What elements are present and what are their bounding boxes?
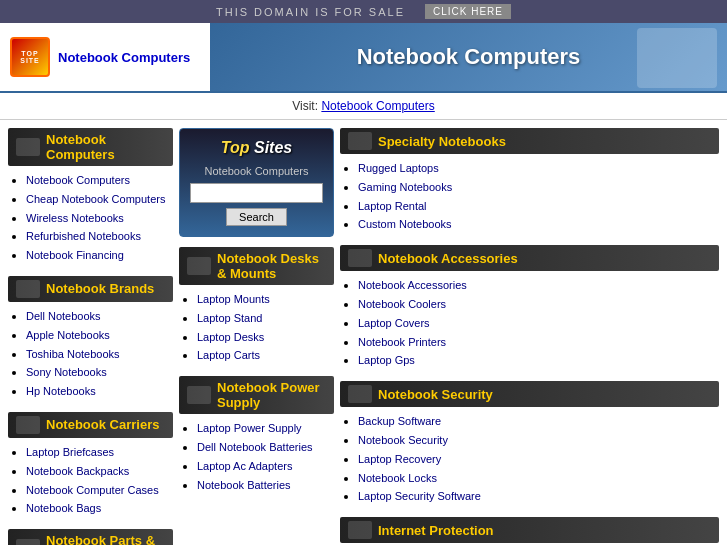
- notebook-computers-section: Notebook Computers Notebook Computers Ch…: [8, 128, 173, 264]
- list-item: Laptop Gps: [358, 352, 719, 369]
- search-button[interactable]: Search: [226, 208, 287, 226]
- nb-link-5[interactable]: Hp Notebooks: [26, 385, 96, 397]
- search-input[interactable]: [190, 183, 323, 203]
- badge-top-label: TOP: [21, 50, 38, 57]
- na-link-4[interactable]: Notebook Printers: [358, 336, 446, 348]
- top-sites-sites: Sites: [254, 139, 292, 156]
- site-title[interactable]: Notebook Computers: [58, 50, 190, 65]
- na-link-3[interactable]: Laptop Covers: [358, 317, 430, 329]
- badge-site-label: SITE: [20, 57, 40, 64]
- notebook-desks-icon: [187, 257, 211, 275]
- ncar-link-2[interactable]: Notebook Backpacks: [26, 465, 129, 477]
- header: TOP SITE Notebook Computers Notebook Com…: [0, 23, 727, 93]
- ncar-link-1[interactable]: Laptop Briefcases: [26, 446, 114, 458]
- ns-link-4[interactable]: Notebook Locks: [358, 472, 437, 484]
- specialty-notebooks-icon: [348, 132, 372, 150]
- list-item: Laptop Mounts: [197, 291, 334, 308]
- ncar-link-3[interactable]: Notebook Computer Cases: [26, 484, 159, 496]
- sn-link-1[interactable]: Rugged Laptops: [358, 162, 439, 174]
- notebook-desks-title: Notebook Desks & Mounts: [217, 251, 326, 281]
- list-item: Notebook Printers: [358, 334, 719, 351]
- list-item: Gaming Notebooks: [358, 179, 719, 196]
- notebook-power-list: Laptop Power Supply Dell Notebook Batter…: [179, 420, 334, 493]
- internet-protection-section: Internet Protection Virus Protection Ema…: [340, 517, 719, 545]
- nd-link-2[interactable]: Laptop Stand: [197, 312, 262, 324]
- header-banner: Notebook Computers: [210, 23, 727, 91]
- specialty-notebooks-section: Specialty Notebooks Rugged Laptops Gamin…: [340, 128, 719, 233]
- list-item: Notebook Accessories: [358, 277, 719, 294]
- notebook-parts-icon: [16, 539, 40, 545]
- top-site-badge: TOP SITE: [10, 37, 50, 77]
- list-item: Notebook Locks: [358, 470, 719, 487]
- click-here-button[interactable]: CLICK HERE: [425, 4, 511, 19]
- list-item: Laptop Power Supply: [197, 420, 334, 437]
- list-item: Notebook Backpacks: [26, 463, 173, 480]
- notebook-power-section: Notebook Power Supply Laptop Power Suppl…: [179, 376, 334, 493]
- list-item: Wireless Notebooks: [26, 210, 173, 227]
- notebook-brands-title: Notebook Brands: [46, 281, 154, 296]
- list-item: Notebook Computer Cases: [26, 482, 173, 499]
- notebook-parts-section: Notebook Parts & Repair Computer Repair …: [8, 529, 173, 545]
- sn-link-4[interactable]: Custom Notebooks: [358, 218, 452, 230]
- list-item: Laptop Desks: [197, 329, 334, 346]
- notebook-brands-header: Notebook Brands: [8, 276, 173, 302]
- npow-link-3[interactable]: Laptop Ac Adapters: [197, 460, 292, 472]
- list-item: Dell Notebooks: [26, 308, 173, 325]
- nd-link-1[interactable]: Laptop Mounts: [197, 293, 270, 305]
- notebook-security-header: Notebook Security: [340, 381, 719, 407]
- nc-link-5[interactable]: Notebook Financing: [26, 249, 124, 261]
- logo-area: TOP SITE Notebook Computers: [0, 32, 210, 82]
- notebook-carriers-icon: [16, 416, 40, 434]
- npow-link-2[interactable]: Dell Notebook Batteries: [197, 441, 313, 453]
- nc-link-2[interactable]: Cheap Notebook Computers: [26, 193, 165, 205]
- notebook-accessories-section: Notebook Accessories Notebook Accessorie…: [340, 245, 719, 369]
- specialty-notebooks-list: Rugged Laptops Gaming Notebooks Laptop R…: [340, 160, 719, 233]
- nc-link-1[interactable]: Notebook Computers: [26, 174, 130, 186]
- npow-link-1[interactable]: Laptop Power Supply: [197, 422, 302, 434]
- visit-link[interactable]: Notebook Computers: [321, 99, 434, 113]
- list-item: Rugged Laptops: [358, 160, 719, 177]
- ns-link-3[interactable]: Laptop Recovery: [358, 453, 441, 465]
- list-item: Laptop Carts: [197, 347, 334, 364]
- list-item: Toshiba Notebooks: [26, 346, 173, 363]
- specialty-notebooks-header: Specialty Notebooks: [340, 128, 719, 154]
- na-link-2[interactable]: Notebook Coolers: [358, 298, 446, 310]
- npow-link-4[interactable]: Notebook Batteries: [197, 479, 291, 491]
- nc-link-4[interactable]: Refurbished Notebooks: [26, 230, 141, 242]
- nb-link-1[interactable]: Dell Notebooks: [26, 310, 101, 322]
- notebook-computers-header: Notebook Computers: [8, 128, 173, 166]
- notebook-brands-icon: [16, 280, 40, 298]
- notebook-carriers-title: Notebook Carriers: [46, 417, 159, 432]
- sn-link-2[interactable]: Gaming Notebooks: [358, 181, 452, 193]
- ns-link-2[interactable]: Notebook Security: [358, 434, 448, 446]
- nd-link-3[interactable]: Laptop Desks: [197, 331, 264, 343]
- notebook-brands-section: Notebook Brands Dell Notebooks Apple Not…: [8, 276, 173, 400]
- notebook-accessories-header: Notebook Accessories: [340, 245, 719, 271]
- sn-link-3[interactable]: Laptop Rental: [358, 200, 427, 212]
- na-link-1[interactable]: Notebook Accessories: [358, 279, 467, 291]
- notebook-desks-list: Laptop Mounts Laptop Stand Laptop Desks …: [179, 291, 334, 364]
- notebook-parts-title: Notebook Parts & Repair: [46, 533, 165, 545]
- ns-link-5[interactable]: Laptop Security Software: [358, 490, 481, 502]
- notebook-parts-header: Notebook Parts & Repair: [8, 529, 173, 545]
- ncar-link-4[interactable]: Notebook Bags: [26, 502, 101, 514]
- list-item: Sony Notebooks: [26, 364, 173, 381]
- list-item: Laptop Stand: [197, 310, 334, 327]
- header-banner-text: Notebook Computers: [357, 44, 581, 70]
- list-item: Laptop Covers: [358, 315, 719, 332]
- list-item: Laptop Security Software: [358, 488, 719, 505]
- visit-prefix: Visit:: [292, 99, 318, 113]
- list-item: Apple Notebooks: [26, 327, 173, 344]
- na-link-5[interactable]: Laptop Gps: [358, 354, 415, 366]
- list-item: Refurbished Notebooks: [26, 228, 173, 245]
- top-sites-label: Notebook Computers: [190, 165, 323, 177]
- top-sites-title: Top Sites: [190, 139, 323, 157]
- nb-link-2[interactable]: Apple Notebooks: [26, 329, 110, 341]
- nd-link-4[interactable]: Laptop Carts: [197, 349, 260, 361]
- visit-bar: Visit: Notebook Computers: [0, 93, 727, 120]
- nb-link-3[interactable]: Toshiba Notebooks: [26, 348, 120, 360]
- nb-link-4[interactable]: Sony Notebooks: [26, 366, 107, 378]
- nc-link-3[interactable]: Wireless Notebooks: [26, 212, 124, 224]
- ns-link-1[interactable]: Backup Software: [358, 415, 441, 427]
- middle-column: Top Sites Notebook Computers Search Note…: [179, 128, 334, 545]
